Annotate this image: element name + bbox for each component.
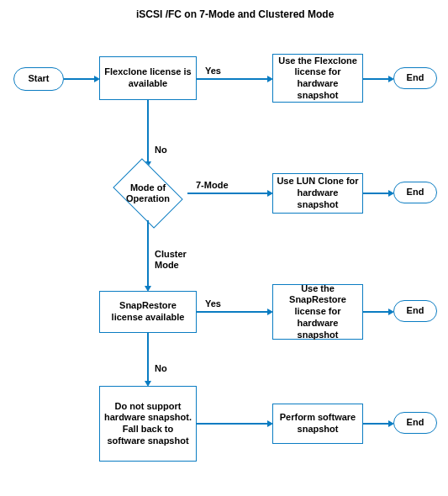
use-lun-clone-node: Use LUN Clone for hardware snapshot: [272, 173, 363, 214]
flowchart-canvas: iSCSI /FC on 7-Mode and Clustered Mode S…: [0, 0, 448, 496]
edge-label-no-2: No: [155, 363, 167, 373]
edge-useflexclone-to-end: [363, 78, 388, 80]
end-terminator-2: End: [393, 182, 437, 203]
perform-sw-node: Perform software snapshot: [272, 404, 363, 444]
edge-performsw-to-end: [363, 423, 388, 425]
edge-label-yes: Yes: [205, 66, 221, 76]
edge-label-7mode: 7-Mode: [196, 180, 229, 190]
end-terminator-3: End: [393, 300, 437, 322]
end-terminator-1: End: [393, 67, 437, 89]
no-hw-support-node: Do not support hardware snapshot. Fall b…: [99, 386, 197, 462]
edge-label-cluster-mode: Cluster Mode: [155, 249, 193, 270]
edge-label-yes-2: Yes: [205, 298, 221, 309]
mode-of-operation-node: Mode of Operation: [108, 166, 187, 220]
edge-snaprestore-to-end: [363, 311, 388, 313]
use-flexclone-node: Use the Flexclone license for hardware s…: [272, 54, 363, 103]
edge-flexclone-yes: [197, 78, 267, 80]
edge-start-to-flexclone: [64, 78, 94, 80]
start-terminator: Start: [13, 67, 64, 91]
edge-snaprestore-no: [147, 333, 149, 381]
use-snaprestore-node: Use the SnapRestore license for hardware…: [272, 284, 363, 340]
diagram-title: iSCSI /FC on 7-Mode and Clustered Mode: [136, 8, 334, 20]
edge-nohw-to-performsw: [197, 423, 267, 425]
edge-snaprestore-yes: [197, 311, 267, 313]
snaprestore-check-node: SnapRestore license available: [99, 291, 197, 333]
mode-of-operation-label: Mode of Operation: [108, 166, 187, 220]
edge-mode-clustermode: [147, 220, 149, 286]
edge-label-no: No: [155, 145, 167, 155]
flexclone-check-node: Flexclone license is available: [99, 56, 197, 100]
edge-lunclone-to-end: [363, 193, 388, 194]
end-terminator-4: End: [393, 412, 437, 434]
edge-flexclone-no: [147, 100, 149, 161]
edge-mode-7mode: [187, 193, 267, 194]
